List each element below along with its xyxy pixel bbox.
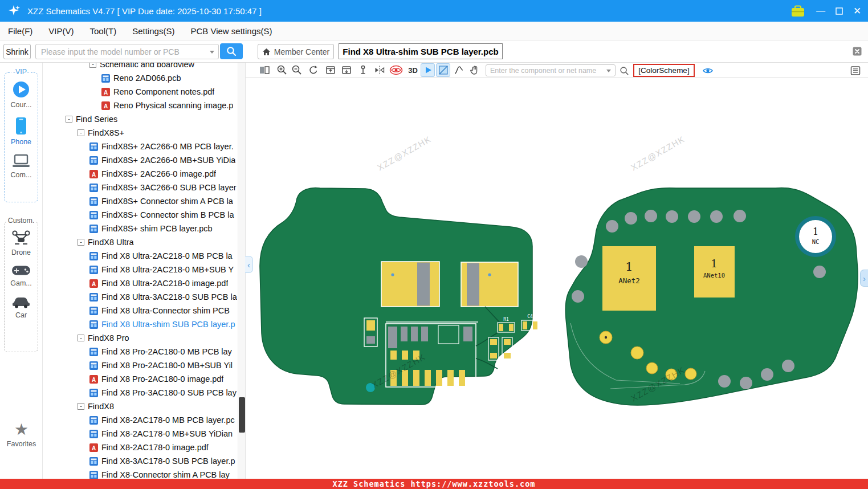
close-button[interactable]: ✕: [848, 0, 866, 22]
tree-item[interactable]: Find X8 Pro-2AC180-0 MB+SUB Yil: [43, 358, 238, 372]
member-center-button[interactable]: Member Center: [258, 44, 334, 59]
tree-item[interactable]: Find X8 Pro-3AC180-0 SUB PCB lay: [43, 386, 238, 400]
curve-tool-icon[interactable]: [451, 63, 466, 77]
bottom-layer-icon[interactable]: [339, 63, 353, 77]
collapse-icon[interactable]: -: [78, 129, 84, 136]
tree-item[interactable]: AReno Component notes.pdf: [43, 85, 238, 99]
search-button[interactable]: [220, 43, 243, 59]
tree-item[interactable]: Find X8 Pro-2AC180-0 MB PCB lay: [43, 345, 238, 358]
overlay-mode-icon[interactable]: [436, 63, 450, 77]
menu-settings[interactable]: Settings(S): [124, 22, 182, 40]
sidebar-item-drone[interactable]: Drone: [5, 230, 38, 256]
collapse-icon[interactable]: -: [66, 116, 72, 123]
rotate-icon[interactable]: [306, 63, 320, 77]
net-search-icon[interactable]: [618, 64, 630, 77]
pcb-canvas[interactable]: XZZ@XZZHK XZZ@XZZHK: [246, 78, 868, 479]
member-center-label: Member Center: [274, 47, 329, 56]
close-panel-icon[interactable]: [851, 46, 863, 57]
pcb-canvas-area[interactable]: XZZ@XZZHK XZZ@XZZHK: [246, 78, 868, 479]
tree-folder[interactable]: -FindX8: [43, 400, 238, 413]
tree-item[interactable]: AFind X8-2AC178-0 image.pdf: [43, 441, 238, 454]
top-layer-icon[interactable]: [323, 63, 337, 77]
tree-item[interactable]: Find X8 Ultra-shim SUB PCB layer.p: [43, 317, 238, 331]
menu-pcb-view-settings[interactable]: PCB View settings(S): [182, 22, 280, 40]
sidebar-item-phone[interactable]: Phone: [5, 117, 38, 146]
tree-folder[interactable]: -FindX8 Ultra: [43, 235, 238, 249]
tree-item[interactable]: FindX8S+ shim PCB layer.pcb: [43, 222, 238, 235]
pcb-board-left[interactable]: R1 C4 XZZ@XZZHK: [260, 188, 539, 405]
tree-item[interactable]: Find X8 Ultra-Connector shim PCB: [43, 304, 238, 317]
net-search-input[interactable]: [486, 66, 615, 76]
sidebar-item-computer[interactable]: Com...: [5, 154, 38, 179]
tree-item[interactable]: Find X8-2AC178-0 MB PCB layer.pc: [43, 413, 238, 427]
sidebar-item-favorites[interactable]: ★ Favorites: [0, 422, 43, 448]
chevron-down-icon[interactable]: [606, 70, 611, 72]
split-view-icon[interactable]: [257, 63, 271, 77]
shrink-button[interactable]: Shrink: [3, 44, 31, 59]
tree-folder[interactable]: -FindX8 Pro: [43, 331, 238, 345]
probe-icon[interactable]: [356, 63, 370, 77]
menu-vip[interactable]: VIP(V): [40, 22, 81, 40]
flip-horizontal-icon[interactable]: [372, 63, 386, 77]
chevron-down-icon[interactable]: [210, 51, 214, 54]
laptop-icon: [12, 154, 30, 168]
tree-item[interactable]: Find X8 Ultra-3AC218-0 SUB PCB la: [43, 290, 238, 304]
tree-folder[interactable]: -Find Series: [43, 112, 238, 126]
active-document-tab[interactable]: Find X8 Ultra-shim SUB PCB layer.pcb: [339, 43, 503, 59]
tree-item[interactable]: Find X8-Connector shim A PCB lay: [43, 468, 238, 479]
play-mode-icon[interactable]: [421, 63, 435, 77]
scrollbar-thumb[interactable]: [239, 397, 245, 433]
tree-item-label: FindX8S+ 2AC266-0 image.pdf: [101, 169, 216, 178]
model-search-combobox[interactable]: [35, 44, 219, 59]
tree-item[interactable]: AFindX8S+ 2AC266-0 image.pdf: [43, 167, 238, 181]
tree-item[interactable]: FindX8S+ 2AC266-0 MB+SUB YiDia: [43, 153, 238, 167]
collapse-icon[interactable]: -: [78, 335, 84, 341]
tree-item[interactable]: FindX8S+ 2AC266-0 MB PCB layer.: [43, 140, 238, 153]
zoom-in-icon[interactable]: [275, 63, 289, 77]
colorscheme-button[interactable]: [ColorScheme]: [633, 64, 695, 77]
pcb-file-icon: [89, 197, 98, 206]
menu-file[interactable]: File(F): [0, 22, 40, 40]
collapse-left-panel-arrow[interactable]: ‹: [245, 256, 253, 273]
tree-item[interactable]: Find X8 Ultra-2AC218-0 MB PCB la: [43, 249, 238, 263]
layer-list-icon[interactable]: [849, 64, 862, 78]
net-search-combobox[interactable]: [486, 64, 616, 76]
tree-item[interactable]: Reno 2AD066.pcb: [43, 71, 238, 85]
gamepad-icon: [11, 264, 31, 276]
tree-scrollbar[interactable]: [238, 63, 245, 479]
diode-mode-red-eye-icon[interactable]: [389, 63, 403, 77]
menu-tool[interactable]: Tool(T): [82, 22, 125, 40]
sidebar-item-gamepad[interactable]: Gam...: [5, 264, 38, 287]
tree-item[interactable]: Find X8-2AC178-0 MB+SUB YiDian: [43, 427, 238, 441]
tree-folder[interactable]: -Schematic and boardview: [43, 63, 238, 71]
tree-item[interactable]: Find X8-3AC178-0 SUB PCB layer.p: [43, 454, 238, 468]
tree-item[interactable]: AFind X8 Pro-2AC180-0 image.pdf: [43, 372, 238, 386]
tree-item[interactable]: FindX8S+ Connector shim B PCB la: [43, 208, 238, 222]
collapse-icon[interactable]: -: [78, 403, 84, 410]
pcb-file-icon: [89, 156, 98, 165]
tree-item[interactable]: AReno Physical scanning image.p: [43, 99, 238, 112]
pan-hand-icon[interactable]: [467, 63, 482, 77]
zoom-out-icon[interactable]: [290, 63, 304, 77]
tree-item[interactable]: Find X8 Ultra-2AC218-0 MB+SUB Y: [43, 263, 238, 276]
collapse-icon[interactable]: -: [78, 239, 84, 246]
tree-item[interactable]: AFind X8 Ultra-2AC218-0 image.pdf: [43, 276, 238, 290]
pcb-file-icon: [89, 307, 98, 315]
pdf-file-icon: A: [89, 279, 98, 288]
tree-item[interactable]: FindX8S+ 3AC266-0 SUB PCB layer: [43, 181, 238, 194]
tree-item[interactable]: FindX8S+ Connector shim A PCB la: [43, 194, 238, 208]
expand-right-panel-arrow[interactable]: ›: [860, 270, 868, 287]
sidebar-item-car[interactable]: Car: [5, 295, 38, 319]
tree-folder[interactable]: -FindX8S+: [43, 126, 238, 140]
vip-briefcase-icon[interactable]: [789, 0, 807, 22]
collapse-icon[interactable]: -: [89, 63, 96, 68]
minimize-button[interactable]: —: [812, 0, 830, 22]
pcb-board-right[interactable]: 1 ANet2 1 ANet10 1 NC XZZ@XZZHK: [565, 188, 858, 405]
sidebar-item-course[interactable]: Cour...: [5, 81, 38, 109]
view-3d-button[interactable]: 3D: [406, 63, 420, 77]
visibility-eye-icon[interactable]: [702, 64, 714, 77]
maximize-button[interactable]: [830, 0, 848, 22]
model-search-input[interactable]: [36, 44, 218, 59]
file-tree[interactable]: -Schematic and boardviewReno 2AD066.pcbA…: [43, 63, 238, 479]
tree-item-label: Find X8 Ultra-Connector shim PCB: [101, 306, 230, 315]
